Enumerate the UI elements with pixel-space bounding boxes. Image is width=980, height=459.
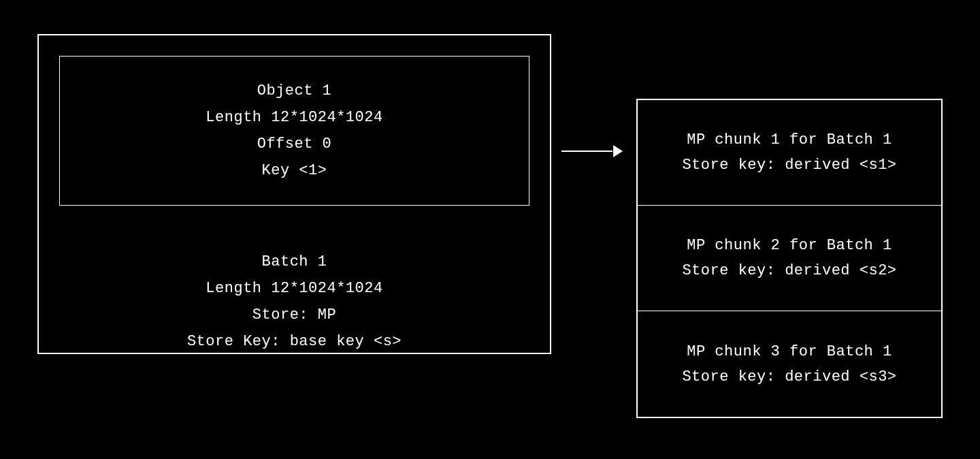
chunk-1: MP chunk 1 for Batch 1 Store key: derive… [638,100,941,206]
batch-container: Object 1 Length 12*1024*1024 Offset 0 Ke… [37,34,551,354]
object-box: Object 1 Length 12*1024*1024 Offset 0 Ke… [59,56,529,206]
object-key: Key <1> [262,162,327,179]
chunk-title: MP chunk 2 for Batch 1 [687,237,892,254]
batch-info: Batch 1 Length 12*1024*1024 Store: MP St… [39,253,550,350]
batch-store-key: Store Key: base key <s> [187,333,402,350]
object-length: Length 12*1024*1024 [206,109,382,126]
batch-title: Batch 1 [262,253,327,270]
chunk-title: MP chunk 1 for Batch 1 [687,131,892,148]
chunks-container: MP chunk 1 for Batch 1 Store key: derive… [636,99,943,418]
chunk-store-key: Store key: derived <s3> [682,368,896,385]
arrow-icon [561,144,623,158]
chunk-title: MP chunk 3 for Batch 1 [687,343,892,360]
batch-length: Length 12*1024*1024 [206,280,382,297]
chunk-store-key: Store key: derived <s1> [682,157,896,174]
object-offset: Offset 0 [257,136,332,153]
batch-store: Store: MP [252,306,336,323]
chunk-3: MP chunk 3 for Batch 1 Store key: derive… [638,311,941,417]
chunk-store-key: Store key: derived <s2> [682,262,896,279]
chunk-2: MP chunk 2 for Batch 1 Store key: derive… [638,206,941,311]
object-title: Object 1 [257,82,332,99]
